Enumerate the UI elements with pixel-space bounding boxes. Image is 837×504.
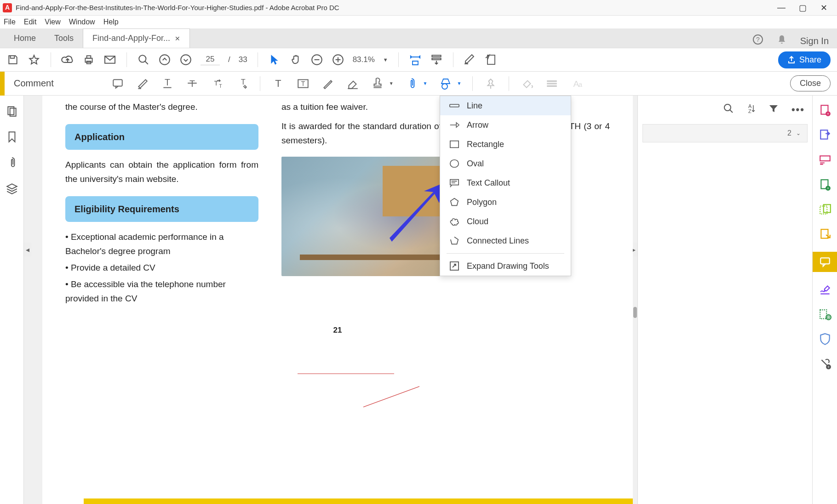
fill-color-icon[interactable] xyxy=(520,77,534,91)
menu-item-line[interactable]: Line xyxy=(440,96,571,115)
page-up-icon[interactable] xyxy=(158,53,171,66)
stamp-icon[interactable] xyxy=(371,77,384,91)
tab-tools[interactable]: Tools xyxy=(45,29,83,48)
attachments-icon[interactable] xyxy=(6,156,18,169)
edit-pdf-icon[interactable] xyxy=(818,153,832,167)
protect-icon[interactable] xyxy=(818,332,832,346)
menu-item-expand[interactable]: Expand Drawing Tools xyxy=(440,256,571,276)
maximize-button[interactable]: ▢ xyxy=(792,0,813,16)
scrollbar-thumb[interactable] xyxy=(633,307,637,318)
menu-item-connected-lines[interactable]: Connected Lines xyxy=(440,231,571,250)
attach-dropdown-icon[interactable]: ▼ xyxy=(423,81,428,86)
fit-width-icon[interactable] xyxy=(409,53,422,66)
menu-help[interactable]: Help xyxy=(103,18,119,26)
menu-window[interactable]: Window xyxy=(69,18,95,26)
hand-pan-icon[interactable] xyxy=(289,53,302,66)
annotation-line[interactable] xyxy=(363,384,419,412)
menu-item-rectangle[interactable]: Rectangle xyxy=(440,135,571,154)
comment-tool-icon[interactable] xyxy=(813,252,837,272)
line-shape-icon xyxy=(449,101,459,111)
sticky-note-icon[interactable] xyxy=(111,77,125,91)
comments-sort-icon[interactable]: AZ xyxy=(746,103,756,116)
menu-view[interactable]: View xyxy=(45,18,60,26)
share-button[interactable]: Share xyxy=(778,51,831,68)
shapes-dropdown-icon[interactable]: ▼ xyxy=(457,81,462,86)
menu-item-label: Rectangle xyxy=(467,140,504,149)
close-window-button[interactable]: ✕ xyxy=(813,0,834,16)
page-down-icon[interactable] xyxy=(179,53,192,66)
collapse-left-panel[interactable]: ◂ xyxy=(24,243,31,256)
erase-icon[interactable] xyxy=(346,77,360,91)
zoom-value[interactable]: 83.1% xyxy=(353,55,375,64)
cloud-upload-icon[interactable] xyxy=(61,53,74,66)
text-box-icon[interactable]: T xyxy=(296,77,310,91)
tab-home[interactable]: Home xyxy=(5,29,45,48)
print-icon[interactable] xyxy=(82,53,95,66)
send-for-comments-icon[interactable] xyxy=(818,227,832,242)
layers-icon[interactable] xyxy=(6,182,18,195)
scroll-mode-icon[interactable] xyxy=(430,53,443,66)
stamp-dropdown-icon[interactable]: ▼ xyxy=(389,81,394,86)
highlight-icon[interactable] xyxy=(136,77,149,91)
polygon-shape-icon xyxy=(449,197,459,207)
drawing-shapes-icon[interactable] xyxy=(439,77,453,91)
save-icon[interactable] xyxy=(6,53,19,66)
underline-icon[interactable]: T xyxy=(161,77,174,91)
thumbnails-icon[interactable] xyxy=(6,105,18,118)
bookmarks-icon[interactable] xyxy=(6,130,18,143)
star-icon[interactable] xyxy=(28,53,40,66)
minimize-button[interactable]: — xyxy=(771,0,792,16)
menu-item-cloud[interactable]: Cloud xyxy=(440,212,571,231)
comments-count-row[interactable]: 2 ⌄ xyxy=(642,124,808,142)
attach-file-icon[interactable] xyxy=(405,77,418,91)
pin-icon[interactable] xyxy=(484,77,498,91)
menu-file[interactable]: File xyxy=(4,18,16,26)
notifications-icon[interactable] xyxy=(776,34,787,48)
redact-icon[interactable]: ⚙ xyxy=(818,307,832,322)
create-pdf-icon[interactable]: + xyxy=(818,103,832,118)
more-tools-icon[interactable]: + xyxy=(818,357,832,371)
selection-cursor-icon[interactable] xyxy=(268,53,281,66)
comments-search-icon[interactable] xyxy=(723,103,734,116)
tab-close-icon[interactable]: ✕ xyxy=(175,35,180,42)
close-comment-button[interactable]: Close xyxy=(790,75,831,91)
menu-item-label: Text Callout xyxy=(467,178,510,188)
svg-point-8 xyxy=(181,55,191,65)
main-toolbar: / 33 83.1% ▼ Share xyxy=(0,48,837,72)
line-style-icon[interactable] xyxy=(545,77,559,91)
page-number-input[interactable] xyxy=(201,55,220,65)
sign-document-icon[interactable] xyxy=(485,53,498,66)
replace-text-icon[interactable]: TT xyxy=(210,77,224,91)
edit-pen-icon[interactable] xyxy=(464,53,476,66)
organize-pdf-icon[interactable]: + xyxy=(818,177,832,192)
menu-edit[interactable]: Edit xyxy=(24,18,37,26)
comments-more-icon[interactable]: ••• xyxy=(791,104,805,116)
tab-document[interactable]: Find-and-Apply-For... ✕ xyxy=(83,28,190,48)
menu-item-arrow[interactable]: Arrow xyxy=(440,115,571,135)
comments-filter-icon[interactable] xyxy=(768,104,779,116)
annotation-line[interactable] xyxy=(298,374,394,374)
export-pdf-icon[interactable] xyxy=(818,128,832,142)
menu-item-text-callout[interactable]: Text Callout xyxy=(440,173,571,193)
strikethrough-icon[interactable]: T xyxy=(185,77,199,91)
page-view[interactable]: ◂ ▸ the course of the Master's degree. A… xyxy=(24,96,637,504)
menu-item-oval[interactable]: Oval xyxy=(440,154,571,173)
draw-freehand-icon[interactable] xyxy=(321,77,335,91)
combine-files-icon[interactable] xyxy=(818,202,832,217)
text-style-icon[interactable]: Aa xyxy=(570,77,584,91)
zoom-out-icon[interactable] xyxy=(310,53,323,66)
help-icon[interactable]: ? xyxy=(752,34,763,48)
email-icon[interactable] xyxy=(103,53,116,66)
comments-panel: AZ ••• 2 ⌄ xyxy=(637,96,812,504)
menu-item-label: Expand Drawing Tools xyxy=(467,261,549,271)
sign-in-button[interactable]: Sign In xyxy=(800,36,829,46)
search-zoom-icon[interactable] xyxy=(137,53,150,66)
menu-item-polygon[interactable]: Polygon xyxy=(440,193,571,212)
fill-sign-icon[interactable] xyxy=(818,282,832,297)
insert-text-icon[interactable]: T xyxy=(235,77,249,91)
svg-rect-28 xyxy=(450,104,459,107)
comment-indicator xyxy=(0,72,5,96)
zoom-dropdown-icon[interactable]: ▼ xyxy=(383,57,388,62)
add-text-icon[interactable]: T xyxy=(271,77,285,91)
zoom-in-icon[interactable] xyxy=(332,53,344,66)
